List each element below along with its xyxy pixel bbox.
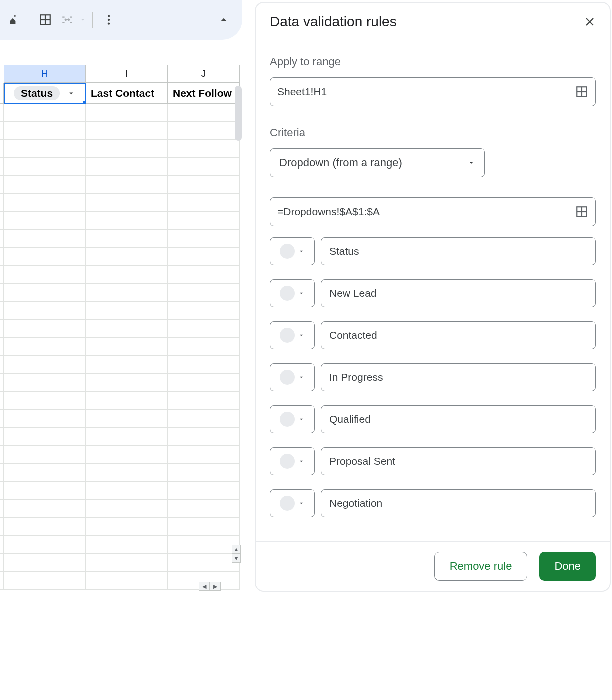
grid-row[interactable] [0,410,242,428]
color-select[interactable] [270,280,315,308]
dropdown-value-input[interactable]: Status [321,238,596,266]
grid-row[interactable] [0,338,242,356]
chevron-down-icon [298,416,305,423]
color-select[interactable] [270,238,315,266]
cell-j1[interactable]: Next Follow [168,83,240,104]
toolbar [0,0,242,40]
grid-row[interactable] [0,140,242,158]
more-vert-icon[interactable] [98,9,120,31]
header-row: Status Last Contact Next Follow [0,83,242,104]
grid-row[interactable] [0,230,242,248]
data-validation-panel: Data validation rules Apply to range She… [255,2,611,592]
grid-body[interactable] [0,104,242,590]
dropdown-value-row: Status [270,238,596,266]
dropdown-value-row: New Lead [270,280,596,308]
close-icon[interactable] [584,16,596,28]
apply-to-range-label: Apply to range [270,56,596,68]
grid-row[interactable] [0,320,242,338]
color-swatch [280,244,295,259]
criteria-select[interactable]: Dropdown (from a range) [270,148,485,178]
grid-row[interactable] [0,446,242,464]
grid-row[interactable] [0,212,242,230]
svg-point-4 [108,19,110,21]
collapse-toolbar-icon[interactable] [218,14,230,26]
apply-to-range-input[interactable]: Sheet1!H1 [270,78,596,106]
toolbar-divider [29,12,30,28]
vertical-scrollbar[interactable] [235,86,242,141]
grid-row[interactable] [0,500,242,518]
grid-row[interactable] [0,392,242,410]
select-range-icon[interactable] [576,86,588,98]
dropdown-value-row: Negotiation [270,490,596,518]
grid-row[interactable] [0,302,242,320]
grid-row[interactable] [0,194,242,212]
dropdown-value-input[interactable]: In Progress [321,364,596,392]
color-select[interactable] [270,490,315,518]
selection-handle[interactable] [82,100,86,104]
dropdown-value-input[interactable]: Proposal Sent [321,448,596,476]
apply-to-range-value: Sheet1!H1 [278,86,327,98]
dropdown-value-row: Contacted [270,322,596,350]
select-range-icon[interactable] [576,206,588,218]
paint-format-icon[interactable] [2,9,24,31]
criteria-label: Criteria [270,126,596,140]
grid-row[interactable] [0,122,242,140]
dropdown-value-input[interactable]: Negotiation [321,490,596,518]
scroll-right-icon[interactable]: ▶ [210,582,221,591]
color-select[interactable] [270,406,315,434]
color-swatch [280,454,295,469]
grid-row[interactable] [0,536,242,554]
grid-row[interactable] [0,356,242,374]
grid-row[interactable] [0,428,242,446]
merge-cells-icon [56,9,78,31]
panel-title: Data validation rules [270,14,397,30]
color-swatch [280,286,295,301]
grid-row[interactable] [0,554,242,572]
grid-row[interactable] [0,248,242,266]
horizontal-scroll-arrows[interactable]: ◀ ▶ [199,582,221,591]
column-header-j[interactable]: J [168,65,240,83]
scroll-down-icon[interactable]: ▼ [232,554,241,563]
chevron-down-icon [298,500,305,507]
grid-row[interactable] [0,374,242,392]
chevron-down-icon [298,248,305,255]
dropdown-value-input[interactable]: Qualified [321,406,596,434]
scroll-left-icon[interactable]: ◀ [199,582,210,591]
dropdown-value-input[interactable]: New Lead [321,280,596,308]
dropdown-value-row: In Progress [270,364,596,392]
column-header-h[interactable]: H [4,65,86,83]
color-select[interactable] [270,322,315,350]
cell-h1[interactable]: Status [4,83,86,104]
source-range-input[interactable]: =Dropdowns!$A$1:$A [270,198,596,226]
toolbar-divider [92,12,93,28]
column-header-row: H I J [0,65,242,83]
dropdown-value-input[interactable]: Contacted [321,322,596,350]
grid-row[interactable] [0,104,242,122]
panel-header: Data validation rules [256,3,610,40]
color-select[interactable] [270,448,315,476]
remove-rule-button[interactable]: Remove rule [434,552,528,581]
source-range-value: =Dropdowns!$A$1:$A [278,206,380,218]
grid-row[interactable] [0,266,242,284]
scroll-up-icon[interactable]: ▲ [232,545,241,554]
chevron-down-icon [298,374,305,381]
color-swatch [280,370,295,385]
dropdown-arrow-icon[interactable] [67,89,76,98]
done-button[interactable]: Done [540,552,596,581]
criteria-value: Dropdown (from a range) [280,156,402,170]
cell-i1[interactable]: Last Contact [86,83,168,104]
color-swatch [280,496,295,511]
color-select[interactable] [270,364,315,392]
grid-row[interactable] [0,482,242,500]
grid-row[interactable] [0,518,242,536]
grid-row[interactable] [0,464,242,482]
grid-row[interactable] [0,176,242,194]
grid-row[interactable] [0,158,242,176]
dropdown-value-row: Qualified [270,406,596,434]
borders-icon[interactable] [34,9,56,31]
column-header-i[interactable]: I [86,65,168,83]
svg-point-5 [108,22,110,24]
dropdown-value-row: Proposal Sent [270,448,596,476]
vertical-scroll-arrows[interactable]: ▲ ▼ [232,545,241,563]
grid-row[interactable] [0,284,242,302]
